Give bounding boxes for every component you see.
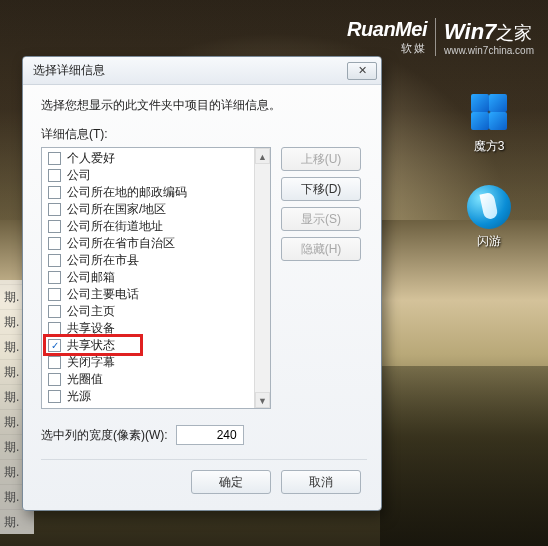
checkbox[interactable] [48,373,61,386]
column-width-input[interactable] [176,425,244,445]
checkbox[interactable] [48,186,61,199]
checkbox[interactable] [48,220,61,233]
desktop-shortcut-cube[interactable]: 魔方3 [467,90,511,155]
scroll-down-icon[interactable]: ▼ [255,392,270,408]
leaf-icon [467,185,511,229]
checkbox[interactable] [48,237,61,250]
close-button[interactable]: ✕ [347,62,377,80]
scrollbar[interactable]: ▲ ▼ [254,148,270,408]
list-item-label: 公司主要电话 [67,286,139,303]
watermark: RuanMei 软媒 Win7之家 www.win7china.com [347,18,534,56]
checkbox[interactable] [48,169,61,182]
checkbox[interactable] [48,203,61,216]
checkbox[interactable] [48,339,61,352]
desktop-icons: 魔方3 闪游 [454,90,524,250]
hide-button[interactable]: 隐藏(H) [281,237,361,261]
checkbox[interactable] [48,254,61,267]
list-item[interactable]: 共享设备 [44,320,268,337]
brand-ruanmei-sub: 软媒 [347,41,427,56]
dialog-intro: 选择您想显示的此文件夹中项目的详细信息。 [41,97,367,114]
list-item-label: 共享设备 [67,320,115,337]
checkbox[interactable] [48,288,61,301]
checkbox[interactable] [48,305,61,318]
dialog-titlebar[interactable]: 选择详细信息 ✕ [23,57,381,85]
list-item-label: 关闭字幕 [67,354,115,371]
checkbox[interactable] [48,322,61,335]
desktop-shortcut-leaf[interactable]: 闪游 [467,185,511,250]
choose-details-dialog: 选择详细信息 ✕ 选择您想显示的此文件夹中项目的详细信息。 详细信息(T): 个… [22,56,382,511]
cube-icon [467,90,511,134]
checkbox[interactable] [48,356,61,369]
list-item[interactable]: 公司 [44,167,268,184]
list-item[interactable]: 公司所在街道地址 [44,218,268,235]
brand-win7-url: www.win7china.com [444,45,534,56]
list-item-label: 公司所在省市自治区 [67,235,175,252]
brand-win7-suffix: 之家 [496,23,532,43]
list-item[interactable]: 公司主页 [44,303,268,320]
brand-separator [435,18,436,56]
list-item[interactable]: 公司所在地的邮政编码 [44,184,268,201]
list-item-label: 公司所在街道地址 [67,218,163,235]
list-item[interactable]: 公司所在省市自治区 [44,235,268,252]
column-width-label: 选中列的宽度(像素)(W): [41,427,168,444]
move-up-button[interactable]: 上移(U) [281,147,361,171]
list-item-label: 公司邮箱 [67,269,115,286]
list-item[interactable]: 个人爱好 [44,150,268,167]
list-item-label: 公司所在地的邮政编码 [67,184,187,201]
desktop-shortcut-leaf-label: 闪游 [477,233,501,250]
brand-ruanmei-text: RuanMei [347,18,427,40]
dialog-title: 选择详细信息 [33,62,105,79]
desktop-background-grass [380,366,548,546]
checkbox[interactable] [48,271,61,284]
list-item[interactable]: 公司所在国家/地区 [44,201,268,218]
show-button[interactable]: 显示(S) [281,207,361,231]
checkbox[interactable] [48,152,61,165]
list-item[interactable]: 公司所在市县 [44,252,268,269]
cancel-button[interactable]: 取消 [281,470,361,494]
list-item-label: 共享状态 [67,337,115,354]
list-item[interactable]: 公司邮箱 [44,269,268,286]
checkbox[interactable] [48,390,61,403]
list-item-label: 光源 [67,388,91,405]
ok-button[interactable]: 确定 [191,470,271,494]
list-item-label: 光圈值 [67,371,103,388]
list-item[interactable]: 光源 [44,388,268,405]
list-item[interactable]: 关闭字幕 [44,354,268,371]
details-list-label: 详细信息(T): [41,126,367,143]
list-item-label: 公司主页 [67,303,115,320]
list-item[interactable]: 公司主要电话 [44,286,268,303]
scroll-up-icon[interactable]: ▲ [255,148,270,164]
move-down-button[interactable]: 下移(D) [281,177,361,201]
list-item-label: 公司所在国家/地区 [67,201,166,218]
close-icon: ✕ [358,64,367,76]
list-item-label: 个人爱好 [67,150,115,167]
list-item-label: 公司所在市县 [67,252,139,269]
brand-win7-title: Win7 [444,19,496,44]
details-listbox[interactable]: 个人爱好公司公司所在地的邮政编码公司所在国家/地区公司所在街道地址公司所在省市自… [41,147,271,409]
list-item[interactable]: 共享状态 [44,337,268,354]
list-item[interactable]: 光圈值 [44,371,268,388]
desktop-shortcut-cube-label: 魔方3 [474,138,505,155]
list-item-label: 公司 [67,167,91,184]
